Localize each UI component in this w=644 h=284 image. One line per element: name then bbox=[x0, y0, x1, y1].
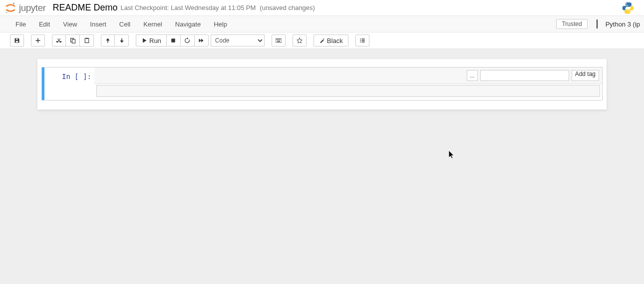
notebook-header: jupyter README Demo Last Checkpoint: Las… bbox=[0, 0, 644, 16]
notebook-container: In [ ]: ... Add tag bbox=[37, 59, 607, 110]
svg-rect-11 bbox=[278, 40, 279, 40]
menu-view[interactable]: View bbox=[56, 18, 83, 31]
black-format-button[interactable]: Black bbox=[314, 34, 348, 46]
svg-rect-19 bbox=[360, 42, 361, 42]
paste-button[interactable] bbox=[80, 34, 94, 46]
keyboard-button[interactable] bbox=[272, 34, 286, 46]
tag-input[interactable] bbox=[480, 70, 569, 81]
kernel-name[interactable]: Python 3 (ip bbox=[604, 20, 640, 28]
jupyter-icon bbox=[4, 2, 17, 14]
svg-rect-20 bbox=[361, 42, 364, 42]
unsaved-indicator: (unsaved changes) bbox=[260, 4, 315, 12]
keyboard-icon bbox=[276, 38, 282, 44]
move-up-button[interactable] bbox=[101, 34, 115, 46]
svg-rect-18 bbox=[361, 40, 364, 41]
plus-icon bbox=[35, 38, 41, 44]
run-label: Run bbox=[149, 37, 161, 44]
cell-input-area[interactable] bbox=[96, 85, 600, 97]
menu-edit[interactable]: Edit bbox=[32, 18, 56, 31]
list-icon bbox=[359, 38, 365, 44]
add-cell-button[interactable] bbox=[31, 34, 45, 46]
add-tag-button[interactable]: Add tag bbox=[572, 70, 599, 81]
restart-icon bbox=[184, 38, 190, 44]
toc-button[interactable] bbox=[355, 34, 369, 46]
svg-point-0 bbox=[13, 2, 14, 4]
kernel-separator bbox=[597, 20, 598, 28]
svg-rect-9 bbox=[276, 38, 282, 42]
notebook-panel: In [ ]: ... Add tag bbox=[0, 49, 644, 284]
stop-icon bbox=[170, 38, 176, 44]
svg-point-2 bbox=[626, 4, 627, 4]
arrow-up-icon bbox=[105, 38, 111, 44]
stop-button[interactable] bbox=[167, 34, 181, 46]
jupyter-logo[interactable]: jupyter bbox=[4, 2, 46, 14]
menu-kernel[interactable]: Kernel bbox=[137, 18, 169, 31]
move-down-button[interactable] bbox=[115, 34, 129, 46]
python-icon bbox=[621, 1, 635, 15]
cell-content: ... Add tag bbox=[94, 68, 602, 100]
scissors-icon bbox=[56, 38, 62, 44]
menubar: File Edit View Insert Cell Kernel Naviga… bbox=[0, 16, 644, 32]
menu-navigate[interactable]: Navigate bbox=[169, 18, 207, 31]
svg-point-3 bbox=[629, 12, 630, 12]
command-palette-button[interactable] bbox=[293, 34, 307, 46]
restart-button[interactable] bbox=[181, 34, 195, 46]
run-button[interactable]: Run bbox=[136, 34, 167, 46]
svg-rect-12 bbox=[279, 40, 280, 40]
paste-icon bbox=[84, 38, 90, 44]
fast-forward-icon bbox=[198, 38, 204, 44]
svg-rect-7 bbox=[86, 38, 87, 39]
tag-ellipsis-button[interactable]: ... bbox=[467, 70, 478, 81]
svg-rect-10 bbox=[276, 40, 277, 40]
magic-icon bbox=[319, 38, 325, 44]
trusted-badge[interactable]: Trusted bbox=[556, 19, 587, 29]
black-label: Black bbox=[327, 37, 343, 44]
cell-prompt: In [ ]: bbox=[44, 68, 94, 100]
menu-insert[interactable]: Insert bbox=[83, 18, 113, 31]
cell-type-select[interactable]: Code bbox=[211, 34, 265, 46]
arrow-down-icon bbox=[119, 38, 125, 44]
command-palette-icon bbox=[297, 38, 303, 44]
restart-run-all-button[interactable] bbox=[195, 34, 209, 46]
menu-cell[interactable]: Cell bbox=[113, 18, 137, 31]
svg-rect-16 bbox=[361, 38, 364, 40]
save-button[interactable] bbox=[10, 34, 24, 46]
logo-text: jupyter bbox=[19, 2, 46, 14]
menu-help[interactable]: Help bbox=[207, 18, 234, 31]
play-icon bbox=[141, 38, 147, 44]
menu-file[interactable]: File bbox=[9, 18, 32, 31]
code-cell[interactable]: In [ ]: ... Add tag bbox=[41, 67, 603, 100]
svg-rect-14 bbox=[277, 41, 280, 42]
svg-rect-8 bbox=[172, 38, 176, 42]
checkpoint-text: Last Checkpoint: Last Wednesday at 11:05… bbox=[121, 4, 256, 12]
save-icon bbox=[14, 38, 20, 44]
toolbar: Run Code Black bbox=[0, 32, 644, 49]
svg-point-1 bbox=[6, 12, 7, 13]
svg-rect-13 bbox=[280, 40, 281, 40]
copy-icon bbox=[70, 38, 76, 44]
svg-rect-5 bbox=[72, 40, 75, 44]
mouse-cursor bbox=[448, 150, 456, 160]
svg-rect-15 bbox=[360, 38, 361, 40]
copy-button[interactable] bbox=[66, 34, 80, 46]
cell-tag-bar: ... Add tag bbox=[94, 68, 602, 84]
cut-button[interactable] bbox=[52, 34, 66, 46]
svg-rect-17 bbox=[360, 40, 361, 41]
notebook-name[interactable]: README Demo bbox=[53, 2, 118, 13]
